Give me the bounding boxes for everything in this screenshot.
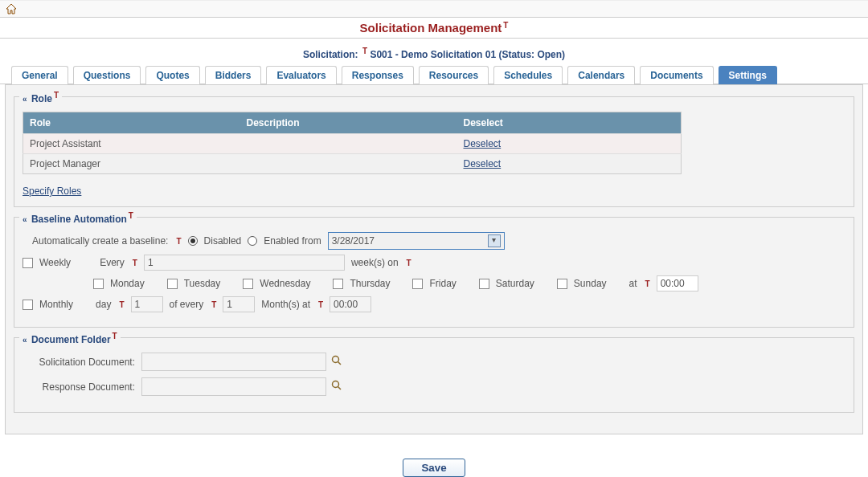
t-icon: T (407, 259, 411, 267)
home-icon[interactable] (5, 2, 863, 15)
thursday-label: Thursday (350, 278, 390, 289)
of-every-label: of every (170, 299, 204, 310)
monday-label: Monday (110, 278, 145, 289)
svg-point-2 (333, 381, 339, 388)
t-icon: T (645, 279, 650, 288)
table-row: Project ManagerDeselect (23, 154, 682, 174)
tab-bidders[interactable]: Bidders (205, 66, 262, 84)
auto-baseline-label: Automatically create a baseline: (32, 235, 168, 247)
tuesday-checkbox[interactable] (167, 279, 178, 289)
every-input[interactable] (144, 255, 345, 271)
deselect-link[interactable]: Deselect (464, 138, 502, 149)
thursday-checkbox[interactable] (333, 279, 343, 289)
svg-point-0 (333, 357, 339, 363)
t-icon: T (318, 300, 323, 309)
weekly-checkbox[interactable] (23, 258, 33, 268)
tab-evaluators[interactable]: Evaluators (266, 66, 336, 84)
day-label: day (96, 299, 111, 310)
every-label: Every (100, 257, 125, 268)
monthly-label: Monthly (39, 299, 73, 310)
friday-label: Friday (429, 278, 456, 289)
t-icon: T (119, 300, 124, 309)
t-icon: T (211, 300, 216, 309)
t-icon: T (362, 47, 367, 55)
sunday-label: Sunday (574, 278, 607, 289)
collapse-icon[interactable]: « (23, 95, 27, 104)
svg-line-1 (338, 362, 342, 365)
tab-general[interactable]: General (11, 66, 68, 84)
monthly-time-input[interactable] (330, 296, 371, 312)
wednesday-checkbox[interactable] (243, 279, 253, 289)
chevron-down-icon[interactable]: ▾ (488, 234, 501, 247)
at-label: at (629, 278, 637, 289)
collapse-icon[interactable]: « (23, 215, 27, 224)
tab-calendars[interactable]: Calendars (567, 66, 635, 84)
deselect-link[interactable]: Deselect (464, 158, 502, 169)
resp-doc-label: Response Document: (23, 381, 135, 393)
tab-questions[interactable]: Questions (73, 66, 141, 84)
svg-line-3 (338, 387, 342, 390)
friday-checkbox[interactable] (412, 279, 423, 289)
resp-doc-input[interactable] (141, 377, 326, 396)
solicitation-value: S001 - Demo Solicitation 01 (Status: Ope… (370, 49, 565, 60)
t-icon: T (503, 21, 508, 30)
t-icon: T (176, 237, 181, 246)
role-cell: Project Manager (23, 154, 240, 174)
date-value: 3/28/2017 (332, 235, 375, 247)
t-icon: T (54, 91, 59, 100)
day-input[interactable] (131, 296, 163, 312)
save-button[interactable]: Save (403, 459, 465, 477)
tab-settings[interactable]: Settings (719, 66, 777, 84)
collapse-icon[interactable]: « (23, 336, 27, 344)
monthly-checkbox[interactable] (23, 300, 33, 310)
months-at-label: Month(s) at (261, 299, 310, 310)
role-cell: Project Assistant (23, 134, 240, 154)
tab-resources[interactable]: Resources (419, 66, 489, 84)
col-role: Role (23, 112, 240, 134)
of-every-input[interactable] (223, 296, 255, 312)
enabled-date-input[interactable]: 3/28/2017 ▾ (328, 232, 505, 250)
document-folder-section: « Document FolderT Solicitation Document… (14, 337, 854, 413)
page-title: Solicitation Management (360, 21, 502, 35)
enabled-radio[interactable] (248, 236, 257, 246)
tab-responses[interactable]: Responses (342, 66, 414, 84)
enabled-label: Enabled from (264, 235, 321, 247)
section-title: Role (31, 93, 52, 104)
disabled-radio[interactable] (188, 236, 198, 246)
tab-schedules[interactable]: Schedules (493, 66, 563, 84)
table-row: Project AssistantDeselect (23, 134, 682, 154)
section-title: Baseline Automation (31, 214, 127, 225)
section-title: Document Folder (31, 334, 111, 345)
desc-cell (240, 134, 457, 154)
solicitation-label: Solicitation: (303, 49, 358, 60)
t-icon: T (133, 259, 137, 267)
search-icon[interactable] (331, 380, 342, 393)
baseline-section: « Baseline AutomationT Automatically cre… (14, 217, 854, 328)
role-table: Role Description Deselect Project Assist… (23, 112, 682, 174)
saturday-checkbox[interactable] (479, 279, 489, 289)
wednesday-label: Wednesday (260, 278, 310, 289)
t-icon: T (129, 211, 133, 220)
weekly-label: Weekly (39, 257, 71, 268)
search-icon[interactable] (331, 355, 342, 369)
disabled-label: Disabled (204, 235, 242, 247)
col-desc: Description (240, 112, 457, 134)
monday-checkbox[interactable] (93, 279, 104, 289)
specify-roles-link[interactable]: Specify Roles (23, 186, 845, 197)
sunday-checkbox[interactable] (557, 279, 567, 289)
weeks-on-label: week(s) on (351, 257, 399, 268)
col-deselect: Deselect (457, 112, 682, 134)
t-icon: T (113, 332, 117, 340)
role-section: « RoleT Role Description Deselect Projec… (14, 96, 854, 207)
desc-cell (240, 154, 457, 174)
tab-quotes[interactable]: Quotes (145, 66, 199, 84)
tuesday-label: Tuesday (184, 278, 221, 289)
tab-documents[interactable]: Documents (640, 66, 713, 84)
saturday-label: Saturday (496, 278, 534, 289)
sol-doc-input[interactable] (141, 353, 326, 371)
weekly-time-input[interactable] (657, 275, 698, 292)
sol-doc-label: Solicitation Document: (23, 357, 135, 368)
